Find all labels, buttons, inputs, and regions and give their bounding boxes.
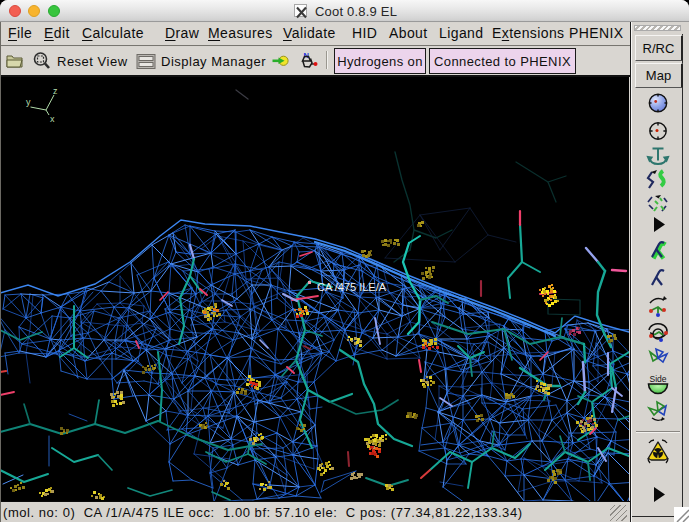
svg-text:y: y <box>26 97 31 107</box>
svg-text:Side: Side <box>649 374 666 384</box>
svg-text:z: z <box>53 86 58 96</box>
svg-text:x: x <box>50 114 55 124</box>
svg-text:CA /475 ILE/A: CA /475 ILE/A <box>317 281 387 293</box>
